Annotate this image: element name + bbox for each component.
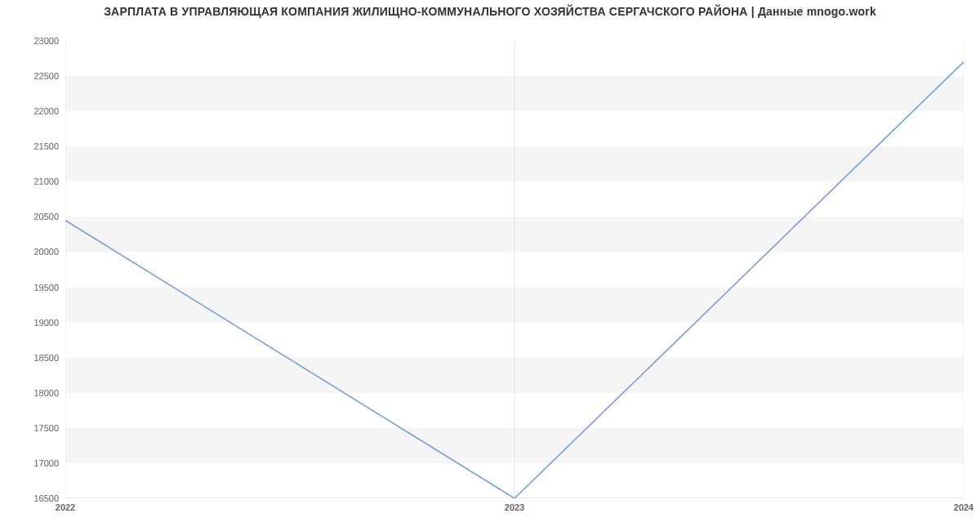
chart-title: ЗАРПЛАТА В УПРАВЛЯЮЩАЯ КОМПАНИЯ ЖИЛИЩНО-…	[0, 5, 980, 18]
y-tick-label: 22500	[10, 71, 59, 81]
y-tick-label: 23000	[10, 36, 59, 46]
chart-svg	[65, 41, 964, 498]
chart-container: ЗАРПЛАТА В УПРАВЛЯЮЩАЯ КОМПАНИЯ ЖИЛИЩНО-…	[0, 0, 980, 531]
y-tick-label: 22000	[10, 106, 59, 116]
y-tick-label: 20500	[10, 212, 59, 221]
y-tick-label: 19000	[10, 318, 59, 328]
y-tick-label: 16500	[10, 493, 59, 503]
y-tick-label: 17000	[10, 458, 59, 468]
plot-area	[65, 41, 964, 498]
x-tick-label: 2024	[954, 502, 973, 512]
x-tick-label: 2023	[505, 502, 524, 512]
y-tick-label: 18500	[10, 353, 59, 363]
y-tick-label: 18000	[10, 388, 59, 398]
y-tick-label: 20000	[10, 247, 59, 257]
y-tick-label: 21000	[10, 176, 59, 186]
y-tick-label: 21500	[10, 141, 59, 151]
x-tick-label: 2022	[56, 502, 75, 512]
y-tick-label: 19500	[10, 283, 59, 292]
y-tick-label: 17500	[10, 423, 59, 433]
